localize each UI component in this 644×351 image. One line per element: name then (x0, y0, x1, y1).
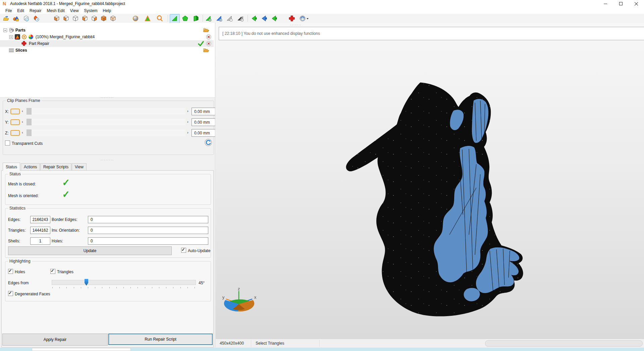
reset-clip-icon[interactable] (204, 138, 212, 148)
degenerated-faces-checkbox[interactable]: Degenerated Faces (8, 291, 50, 296)
checkbox[interactable] (8, 269, 13, 274)
shells-field[interactable]: 1 (30, 237, 50, 245)
menu-item-mesh-edit[interactable]: Mesh Edit (44, 8, 67, 13)
triangle-view-icon[interactable] (144, 14, 152, 22)
taskbar-search-box[interactable] (32, 348, 131, 351)
viewport-3d[interactable]: ······· [ 22:18:10 ] You do not use enha… (216, 23, 644, 339)
tree-label[interactable]: (100%) Merged_Figurine_rabbit4 (36, 35, 95, 39)
menu-item-system[interactable]: System (82, 8, 100, 13)
restore-button[interactable] (613, 0, 629, 7)
edges-field[interactable]: 2166243 (30, 216, 50, 223)
clip-slider[interactable] (26, 129, 185, 136)
select-shells-icon[interactable] (192, 14, 200, 22)
tab-view[interactable]: View (72, 163, 87, 170)
part-information-icon[interactable]: i (22, 14, 30, 22)
transparent-cuts-checkbox[interactable]: Transparent Cuts (5, 140, 43, 146)
tab-actions[interactable]: Actions (21, 163, 40, 170)
platform-2-icon[interactable] (62, 14, 70, 22)
invert-selection-icon[interactable] (236, 14, 245, 22)
expand-selection-green-icon[interactable] (205, 14, 213, 22)
menu-item-edit[interactable]: Edit (14, 8, 27, 13)
menu-item-view[interactable]: View (67, 8, 82, 13)
deselect-blue-icon[interactable] (260, 14, 268, 22)
slider-right-arrow[interactable]: › (187, 109, 189, 113)
collapse-icon[interactable] (3, 28, 7, 32)
slider-right-arrow[interactable]: › (187, 130, 189, 134)
expand-selection-blue-icon[interactable] (215, 14, 223, 22)
remove-icon[interactable] (206, 34, 211, 41)
checkbox[interactable] (50, 269, 55, 274)
checkbox[interactable] (8, 291, 13, 296)
menu-item-help[interactable]: Help (100, 8, 114, 13)
collapse-icon[interactable] (9, 35, 13, 39)
auto-update-checkbox[interactable]: Auto-Update (181, 248, 210, 253)
tab-repair-scripts[interactable]: Repair Scripts (40, 163, 71, 170)
slider-left-arrow[interactable]: ‹ (22, 109, 23, 113)
clip-value-field[interactable]: 0.00 mm (192, 118, 215, 126)
deselect-green-icon[interactable] (250, 14, 258, 22)
select-surfaces-icon[interactable] (181, 14, 189, 22)
rabbit-mesh[interactable] (216, 23, 644, 339)
automatic-repair-icon[interactable] (299, 14, 310, 22)
clip-value-field[interactable]: 0.00 mm (192, 129, 215, 137)
panel-divider[interactable] (215, 23, 215, 348)
splitter-handle[interactable]: ········ (101, 96, 114, 99)
triangles-field[interactable]: 1444162 (30, 227, 50, 234)
repair-part-icon[interactable] (288, 14, 296, 22)
deselect-green-2-icon[interactable] (270, 14, 278, 22)
slider-right-arrow[interactable]: › (187, 120, 189, 124)
remove-icon[interactable] (206, 41, 211, 47)
clip-plane-toggle[interactable] (10, 119, 20, 125)
clip-slider[interactable] (26, 119, 185, 125)
menu-item-repair[interactable]: Repair (27, 8, 44, 13)
holes-checkbox[interactable]: Holes (8, 269, 25, 274)
minimize-button[interactable] (598, 0, 613, 7)
shaded-view-icon[interactable] (131, 14, 140, 22)
platform-5-icon[interactable] (90, 14, 98, 22)
tree-row-part-repair[interactable]: Part Repair (0, 40, 214, 47)
platform-6-icon[interactable] (100, 14, 108, 22)
platform-7-icon[interactable] (109, 14, 117, 22)
checkbox[interactable] (181, 248, 186, 253)
platform-1-icon[interactable] (53, 14, 61, 22)
tree-row-part[interactable]: (100%) Merged_Figurine_rabbit4 (0, 34, 214, 40)
visibility-icon[interactable] (21, 34, 27, 41)
slider-thumb[interactable] (26, 129, 32, 136)
apply-repair-button[interactable]: Apply Repair (2, 334, 108, 346)
splitter-handle[interactable]: ········ (101, 158, 114, 162)
triangles-checkbox[interactable]: Triangles (50, 269, 73, 274)
tree-label[interactable]: Part Repair (29, 41, 49, 46)
checkbox[interactable] (5, 140, 10, 145)
platform-4-icon[interactable] (81, 14, 89, 22)
menu-item-file[interactable]: File (3, 8, 14, 13)
slider-left-arrow[interactable]: ‹ (22, 130, 23, 134)
clip-slider[interactable] (26, 108, 185, 115)
slider-left-arrow[interactable]: ‹ (22, 120, 23, 124)
close-button[interactable] (629, 0, 644, 7)
select-triangles-icon[interactable] (170, 14, 180, 23)
select-all-gray-icon[interactable] (226, 14, 234, 22)
clip-value-field[interactable]: 0.00 mm (192, 108, 215, 115)
clip-plane-toggle[interactable] (10, 130, 20, 136)
color-wheel-icon[interactable] (28, 34, 34, 41)
tab-status[interactable]: Status (3, 163, 20, 171)
open-folder-icon[interactable] (203, 48, 209, 54)
clip-plane-toggle[interactable] (10, 109, 20, 114)
tree-row-parts[interactable]: Parts (0, 27, 214, 34)
slider-thumb[interactable] (26, 119, 32, 125)
holes-field[interactable]: 0 (88, 237, 208, 245)
slider-thumb[interactable] (26, 108, 32, 115)
border-edges-field[interactable]: 0 (88, 216, 208, 223)
tree-label[interactable]: Parts (15, 28, 25, 33)
tree-label[interactable]: Slices (15, 48, 27, 53)
part-analysis-icon[interactable] (32, 14, 40, 22)
open-folder-icon[interactable] (203, 27, 209, 34)
add-parts-icon[interactable] (12, 14, 20, 22)
tree-row-slices[interactable]: Slices (0, 47, 214, 54)
run-repair-script-button[interactable]: Run Repair Script (108, 334, 213, 345)
inv-orientation-field[interactable]: 0 (88, 227, 208, 234)
open-project-icon[interactable] (2, 14, 10, 22)
update-button[interactable]: Update (8, 246, 172, 255)
edge-angle-slider[interactable] (52, 280, 196, 285)
platform-3-icon[interactable] (71, 14, 79, 22)
